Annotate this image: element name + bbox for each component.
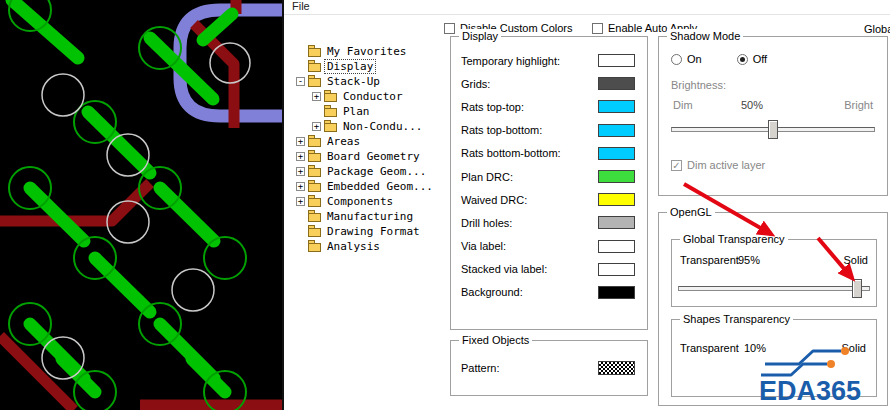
category-tree: My Favorites Display - Stack-Up + Conduc… xyxy=(296,44,454,254)
dim-label: Dim xyxy=(673,99,693,111)
logo-text: EDA365 xyxy=(759,376,861,406)
brightness-thumb[interactable] xyxy=(768,120,778,139)
dim-active-layer-checkbox[interactable]: ✓ xyxy=(671,160,682,171)
menu-file[interactable]: File xyxy=(292,0,310,12)
global-transparency-slider[interactable] xyxy=(678,286,870,291)
color-dialog: File Disable Custom Colors Enable Auto A… xyxy=(282,0,890,410)
tree-item-label: Drawing Format xyxy=(325,225,422,238)
global-transparency-value: 95% xyxy=(738,254,760,266)
display-group-title: Display xyxy=(459,29,501,43)
tree-item-label: Manufacturing xyxy=(325,210,415,223)
tree-item-package-geometry[interactable]: + Package Geom... xyxy=(296,164,454,179)
folder-icon xyxy=(324,108,337,117)
tree-item-label: Analysis xyxy=(325,240,382,253)
fixed-objects-group: Fixed Objects Pattern: xyxy=(450,340,648,396)
tree-item-display[interactable]: Display xyxy=(296,59,454,74)
color-swatch[interactable] xyxy=(598,100,635,113)
folder-icon xyxy=(324,93,337,102)
dim-active-layer-label: Dim active layer xyxy=(687,159,765,171)
shadow-mode-group: Shadow Mode On Off Brightness: Dim 50% B… xyxy=(658,36,888,196)
color-row-rats-top-top: Rats top-top: xyxy=(451,95,647,118)
tree-item-manufacturing[interactable]: Manufacturing xyxy=(296,209,454,224)
tree-item-label: Display xyxy=(325,60,375,73)
screenshot-root: File Disable Custom Colors Enable Auto A… xyxy=(0,0,890,410)
color-row-label: Via label: xyxy=(461,240,506,252)
tree-item-label: My Favorites xyxy=(325,45,408,58)
folder-icon xyxy=(308,183,321,192)
tree-expander-expand[interactable]: + xyxy=(296,182,305,191)
tree-expander-expand[interactable]: + xyxy=(296,137,305,146)
tree-item-label: Embedded Geom... xyxy=(325,180,435,193)
tree-item-label: Components xyxy=(325,195,395,208)
pattern-row: Pattern: xyxy=(461,361,635,375)
color-swatch[interactable] xyxy=(598,286,635,299)
color-swatch[interactable] xyxy=(598,77,635,90)
tree-item-label: Non-Condu... xyxy=(341,120,424,133)
pattern-label: Pattern: xyxy=(461,362,500,374)
folder-icon xyxy=(308,228,321,237)
folder-icon xyxy=(308,243,321,252)
tree-item-areas[interactable]: + Areas xyxy=(296,134,454,149)
disable-custom-colors-checkbox[interactable] xyxy=(444,23,455,34)
tree-item-label: Board Geometry xyxy=(325,150,422,163)
color-swatch[interactable] xyxy=(598,193,635,206)
tree-item-conductor[interactable]: + Conductor xyxy=(312,89,454,104)
tree-item-drawing-format[interactable]: Drawing Format xyxy=(296,224,454,239)
tree-item-non-conductor[interactable]: + Non-Condu... xyxy=(312,119,454,134)
color-swatch[interactable] xyxy=(598,147,635,160)
color-row-label: Stacked via label: xyxy=(461,263,547,275)
brightness-value: 50% xyxy=(741,99,763,111)
tree-expander-expand[interactable]: + xyxy=(296,167,305,176)
color-swatch[interactable] xyxy=(598,263,635,276)
tree-expander-expand[interactable]: + xyxy=(312,122,321,131)
tree-item-analysis[interactable]: Analysis xyxy=(296,239,454,254)
folder-icon xyxy=(308,153,321,162)
shadow-on-label: On xyxy=(687,53,702,65)
folder-icon xyxy=(308,78,321,87)
color-row-label: Drill holes: xyxy=(461,217,512,229)
shadow-mode-radio-row: On Off xyxy=(671,53,767,65)
opengl-title: OpenGL xyxy=(667,205,715,219)
tree-item-components[interactable]: + Components xyxy=(296,194,454,209)
color-swatch[interactable] xyxy=(598,170,635,183)
color-row-drill-holes: Drill holes: xyxy=(451,211,647,234)
tree-item-board-geometry[interactable]: + Board Geometry xyxy=(296,149,454,164)
tree-item-plan[interactable]: Plan xyxy=(312,104,454,119)
brightness-slider[interactable] xyxy=(671,127,875,132)
color-row-waived-drc: Waived DRC: xyxy=(451,188,647,211)
color-swatch[interactable] xyxy=(598,124,635,137)
tree-item-my-favorites[interactable]: My Favorites xyxy=(296,44,454,59)
shadow-on-radio[interactable] xyxy=(671,54,682,65)
shadow-off-radio[interactable] xyxy=(737,54,748,65)
tree-item-embedded-geometry[interactable]: + Embedded Geom... xyxy=(296,179,454,194)
folder-icon xyxy=(308,198,321,207)
tree-expander-expand[interactable]: + xyxy=(296,197,305,206)
pcb-canvas[interactable] xyxy=(0,0,282,410)
tree-item-stack-up[interactable]: - Stack-Up xyxy=(296,74,454,89)
enable-auto-apply-checkbox[interactable] xyxy=(592,23,603,34)
folder-icon xyxy=(308,213,321,222)
tree-item-label: Stack-Up xyxy=(325,75,382,88)
bright-label: Bright xyxy=(844,99,873,111)
tree-expander-expand[interactable]: + xyxy=(312,92,321,101)
eda365-watermark: EDA365 xyxy=(757,340,890,406)
tree-item-label: Package Geom... xyxy=(325,165,428,178)
dim-active-layer-row[interactable]: ✓ Dim active layer xyxy=(671,159,765,171)
folder-icon xyxy=(308,63,321,72)
pattern-swatch[interactable] xyxy=(598,361,635,375)
shadow-off-label: Off xyxy=(753,53,767,65)
global-solid-label: Solid xyxy=(844,254,868,266)
shadow-mode-title: Shadow Mode xyxy=(667,29,743,43)
color-swatch[interactable] xyxy=(598,54,635,67)
color-row-background: Background: xyxy=(451,281,647,304)
color-swatch[interactable] xyxy=(598,216,635,229)
tree-expander-expand[interactable]: + xyxy=(296,152,305,161)
logo-circuit-trace xyxy=(761,364,827,375)
logo-trace-dot xyxy=(841,347,849,355)
tree-expander-collapse[interactable]: - xyxy=(296,77,305,86)
shapes-transparency-title: Shapes Transparency xyxy=(680,312,793,326)
color-swatch[interactable] xyxy=(598,240,635,253)
brightness-label: Brightness: xyxy=(671,79,726,91)
global-transparency-thumb[interactable] xyxy=(852,279,862,298)
color-row-label: Waived DRC: xyxy=(461,194,527,206)
